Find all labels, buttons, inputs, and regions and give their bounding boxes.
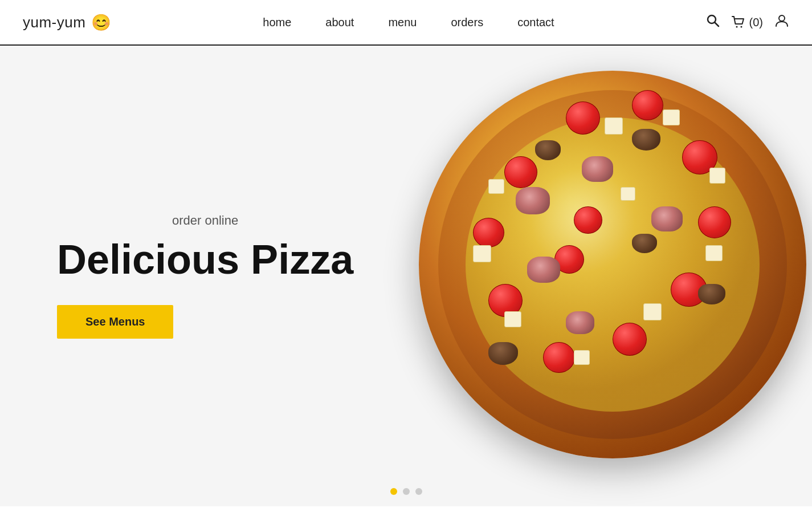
logo-text: yum-yum bbox=[23, 14, 85, 31]
nav-link-orders[interactable]: orders bbox=[451, 16, 483, 29]
svg-point-3 bbox=[740, 26, 742, 28]
nav-item-orders[interactable]: orders bbox=[451, 16, 483, 29]
pizza-topping-tomato bbox=[632, 90, 663, 120]
carousel-dot-2[interactable] bbox=[403, 488, 410, 495]
hero-title: Delicious Pizza bbox=[57, 237, 353, 282]
navbar: yum-yum 😊 home about menu orders contact bbox=[0, 0, 812, 46]
pizza-topping-cheese bbox=[488, 179, 504, 194]
pizza-circle bbox=[419, 71, 806, 458]
pizza-topping-tomato bbox=[574, 206, 602, 234]
pizza-topping-cheese bbox=[473, 245, 491, 262]
nav-item-menu[interactable]: menu bbox=[388, 16, 417, 29]
pizza-topping-tomato bbox=[543, 342, 575, 373]
pizza-topping-mushroom bbox=[632, 234, 657, 253]
search-icon[interactable] bbox=[706, 14, 720, 31]
cart-icon bbox=[731, 14, 747, 30]
nav-links: home about menu orders contact bbox=[263, 16, 554, 29]
svg-point-2 bbox=[736, 26, 737, 28]
nav-link-home[interactable]: home bbox=[263, 16, 291, 29]
user-icon[interactable] bbox=[774, 13, 789, 32]
nav-actions: (0) bbox=[706, 13, 789, 32]
pizza-topping-cheese bbox=[621, 187, 635, 201]
nav-link-contact[interactable]: contact bbox=[517, 16, 554, 29]
pizza-topping-mushroom bbox=[632, 129, 660, 151]
pizza-topping-cheese bbox=[705, 245, 723, 261]
pizza-topping-tomato bbox=[613, 323, 647, 356]
nav-link-about[interactable]: about bbox=[325, 16, 354, 29]
carousel-dot-3[interactable] bbox=[415, 488, 422, 495]
cart-button[interactable]: (0) bbox=[731, 14, 763, 30]
svg-point-4 bbox=[779, 15, 785, 21]
logo[interactable]: yum-yum 😊 bbox=[23, 13, 111, 32]
hero-subtitle: order online bbox=[57, 213, 353, 228]
nav-link-menu[interactable]: menu bbox=[388, 16, 417, 29]
pizza-topping-cheese bbox=[574, 350, 590, 365]
pizza-topping-cheese bbox=[643, 303, 662, 320]
svg-line-1 bbox=[715, 23, 719, 27]
pizza-topping-meat bbox=[516, 187, 550, 214]
pizza-topping-tomato bbox=[473, 218, 504, 247]
cart-count: (0) bbox=[749, 16, 763, 29]
pizza-topping-meat bbox=[651, 206, 683, 231]
carousel-dot-1[interactable] bbox=[390, 488, 397, 495]
nav-item-about[interactable]: about bbox=[325, 16, 354, 29]
pizza-topping-meat bbox=[582, 156, 613, 182]
hero-content: order online Delicious Pizza See Menus bbox=[57, 213, 353, 339]
pizza-topping-mushroom bbox=[535, 140, 561, 160]
logo-emoji-icon: 😊 bbox=[91, 13, 111, 32]
pizza-topping-tomato bbox=[566, 101, 600, 135]
pizza-topping-cheese bbox=[709, 168, 725, 184]
pizza-topping-cheese bbox=[663, 109, 680, 125]
hero-section: order online Delicious Pizza See Menus bbox=[0, 46, 812, 506]
pizza-topping-mushroom bbox=[488, 342, 518, 365]
pizza-topping-tomato bbox=[504, 156, 537, 188]
carousel-dots bbox=[390, 488, 422, 495]
pizza-topping-cheese bbox=[605, 117, 623, 135]
pizza-topping-mushroom bbox=[698, 284, 725, 304]
pizza-topping-meat bbox=[566, 311, 594, 334]
pizza-image bbox=[419, 71, 812, 481]
nav-item-home[interactable]: home bbox=[263, 16, 291, 29]
see-menus-button[interactable]: See Menus bbox=[57, 305, 173, 339]
nav-item-contact[interactable]: contact bbox=[517, 16, 554, 29]
pizza-topping-cheese bbox=[504, 311, 521, 327]
pizza-topping-tomato bbox=[698, 206, 731, 238]
pizza-topping-meat bbox=[527, 257, 560, 283]
